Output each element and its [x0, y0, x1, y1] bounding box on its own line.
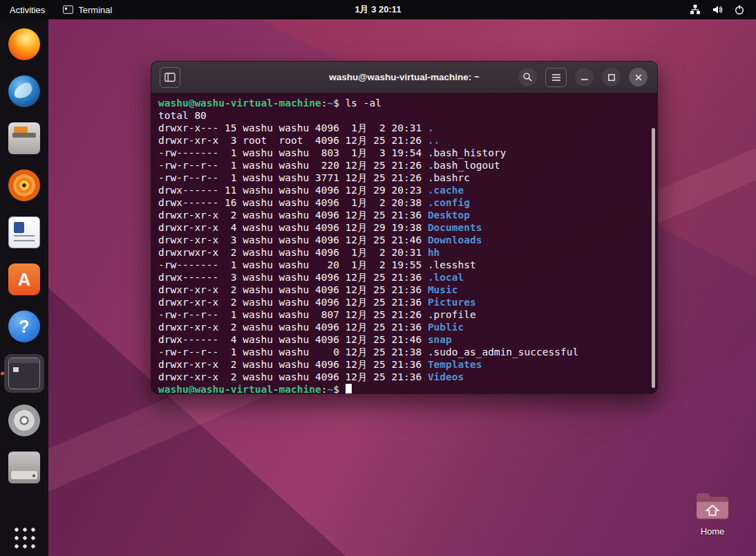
removable-drive-icon: [8, 452, 40, 483]
minimize-button[interactable]: [575, 68, 594, 86]
close-icon: [634, 73, 643, 82]
rhythmbox-icon: [8, 169, 40, 201]
terminal-line: drwxr-x--- 15 washu washu 4096 1月 2 20:3…: [158, 122, 648, 134]
terminal-text-segment: $: [333, 384, 345, 393]
terminal-text-segment: drwxrwxr-x 2 washu washu 4096 1月 2 20:31: [158, 247, 428, 258]
terminal-line: drwxr-xr-x 2 washu washu 4096 12月 25 21:…: [158, 321, 648, 333]
hamburger-icon: [551, 73, 561, 82]
terminal-window: washu@washu-virtual-machine: ~: [151, 61, 658, 394]
terminal-line: -rw------- 1 washu washu 803 1月 3 19:54 …: [158, 147, 648, 159]
optical-disc-icon: [8, 405, 40, 436]
terminal-line: -rw------- 1 washu washu 20 1月 2 19:55 .…: [158, 259, 648, 271]
disc-dock-item[interactable]: [4, 401, 44, 440]
terminal-text-segment: drwx------ 16 washu washu 4096 1月 2 20:3…: [158, 197, 428, 208]
terminal-line: drwx------ 3 washu washu 4096 12月 25 21:…: [158, 271, 648, 284]
terminal-text-segment: $ ls -al: [333, 98, 381, 109]
terminal-icon: [8, 358, 40, 389]
search-icon: [522, 72, 533, 82]
terminal-text-segment: drwxr-xr-x 3 washu washu 4096 12月 25 21:…: [158, 234, 428, 245]
terminal-line: drwxr-xr-x 2 washu washu 4096 12月 25 21:…: [158, 284, 648, 296]
clock[interactable]: 1月 3 20:11: [355, 3, 401, 16]
terminal-text-segment: ~: [327, 384, 333, 393]
show-apps-button[interactable]: [12, 526, 36, 549]
terminal-line: washu@washu-virtual-machine:~$: [158, 383, 648, 393]
terminal-text-segment: drwxr-xr-x 2 washu washu 4096 12月 25 21:…: [158, 322, 428, 333]
power-icon[interactable]: [734, 4, 745, 15]
terminal-line: total 80: [158, 109, 648, 122]
terminal-line: drwxr-xr-x 2 washu washu 4096 12月 25 21:…: [158, 371, 648, 383]
terminal-text-segment: washu@washu-virtual-machine: [158, 384, 321, 393]
thunderbird-icon: [8, 75, 40, 107]
terminal-small-icon: [63, 6, 73, 14]
dock: A?: [0, 19, 48, 556]
libreoffice-writer-icon: [8, 216, 40, 248]
drive-dock-item[interactable]: [4, 448, 44, 487]
terminal-text-segment: Public: [428, 322, 464, 333]
terminal-line: drwxr-xr-x 3 root root 4096 12月 25 21:26…: [158, 134, 648, 147]
network-icon[interactable]: [690, 4, 701, 15]
thunderbird-dock-item[interactable]: [4, 72, 44, 111]
terminal-dock-item[interactable]: [4, 354, 44, 393]
terminal-text-segment: drwxr-xr-x 3 root root 4096 12月 25 21:26: [158, 135, 428, 146]
terminal-titlebar[interactable]: washu@washu-virtual-machine: ~: [151, 62, 657, 93]
terminal-text-segment: .local: [428, 272, 464, 283]
desktop[interactable]: Home washu@washu-virtual-machine: ~: [48, 19, 756, 556]
software-dock-item[interactable]: A: [4, 260, 44, 299]
terminal-text-segment: ~: [327, 98, 333, 109]
menu-button[interactable]: [545, 68, 567, 87]
home-folder-icon[interactable]: Home: [690, 492, 735, 537]
top-bar: Activities Terminal 1月 3 20:11: [0, 0, 756, 19]
close-button[interactable]: [629, 68, 648, 86]
terminal-text-segment: snap: [428, 334, 452, 345]
show-apps-grid-icon: [12, 526, 36, 549]
terminal-text-segment: drwxr-xr-x 2 washu washu 4096 12月 25 21:…: [158, 210, 428, 221]
terminal-line: drwxr-xr-x 2 washu washu 4096 12月 25 21:…: [158, 358, 648, 371]
terminal-text-segment: washu@washu-virtual-machine: [158, 98, 321, 109]
search-button[interactable]: [518, 68, 537, 86]
terminal-line: drwxrwxr-x 2 washu washu 4096 1月 2 20:31…: [158, 246, 648, 259]
terminal-text-segment: drwxr-xr-x 4 washu washu 4096 12月 29 19:…: [158, 222, 428, 233]
focused-app-label: Terminal: [78, 5, 112, 15]
terminal-text-segment: .config: [428, 197, 470, 208]
terminal-line: drwxr-xr-x 2 washu washu 4096 12月 25 21:…: [158, 209, 648, 221]
folder-icon: [695, 492, 730, 521]
maximize-button[interactable]: [602, 68, 621, 86]
focused-app-indicator[interactable]: Terminal: [63, 5, 112, 15]
terminal-text-segment: Music: [428, 284, 458, 295]
rhythmbox-dock-item[interactable]: [4, 166, 44, 205]
files-dock-item[interactable]: [4, 119, 44, 158]
terminal-text-segment: Videos: [428, 371, 464, 382]
terminal-line: drwx------ 11 washu washu 4096 12月 29 20…: [158, 184, 648, 196]
terminal-text-segment: Documents: [428, 222, 482, 233]
terminal-text-segment: drwxr-xr-x 2 washu washu 4096 12月 25 21:…: [158, 371, 428, 382]
terminal-line: drwx------ 4 washu washu 4096 12月 25 21:…: [158, 333, 648, 346]
dock-items: A?: [0, 19, 48, 487]
terminal-line: drwx------ 16 washu washu 4096 1月 2 20:3…: [158, 196, 648, 209]
terminal-cursor: [346, 384, 352, 393]
terminal-line: -rw-r--r-- 1 washu washu 3771 12月 25 21:…: [158, 172, 648, 184]
terminal-text-segment: .: [428, 122, 434, 133]
firefox-dock-item[interactable]: [4, 25, 44, 64]
activities-button[interactable]: Activities: [10, 5, 45, 15]
terminal-text-segment: drwxr-xr-x 2 washu washu 4096 12月 25 21:…: [158, 359, 428, 370]
terminal-line: -rw-r--r-- 1 washu washu 807 12月 25 21:2…: [158, 308, 648, 321]
terminal-text-segment: total 80: [158, 110, 207, 121]
terminal-text-segment: Templates: [428, 359, 482, 370]
terminal-line: drwxr-xr-x 2 washu washu 4096 12月 25 21:…: [158, 296, 648, 308]
volume-icon[interactable]: [712, 4, 723, 15]
terminal-text-segment: hh: [428, 247, 440, 258]
terminal-text-segment: Downloads: [428, 234, 482, 245]
terminal-line: -rw-r--r-- 1 washu washu 0 12月 25 21:38 …: [158, 346, 648, 358]
terminal-text-segment: drwxr-xr-x 2 washu washu 4096 12月 25 21:…: [158, 297, 428, 308]
new-tab-button[interactable]: [160, 67, 180, 88]
terminal-text-segment: ..: [428, 135, 440, 146]
terminal-scrollbar[interactable]: [652, 128, 655, 388]
terminal-output[interactable]: washu@washu-virtual-machine:~$ ls -altot…: [151, 93, 657, 393]
terminal-line: drwxr-xr-x 4 washu washu 4096 12月 29 19:…: [158, 221, 648, 234]
writer-dock-item[interactable]: [4, 213, 44, 252]
system-status-area[interactable]: [690, 4, 756, 15]
terminal-text-segment: -rw-r--r-- 1 washu washu 0 12月 25 21:38 …: [158, 346, 578, 358]
terminal-text-segment: drwxr-x--- 15 washu washu 4096 1月 2 20:3…: [158, 122, 428, 133]
window-controls: [518, 68, 657, 87]
help-dock-item[interactable]: ?: [4, 307, 44, 346]
